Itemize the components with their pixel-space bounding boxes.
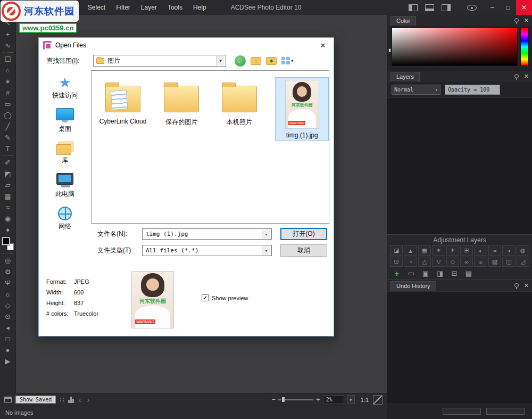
file-list[interactable]: CyberLink Cloud 保存的图片 本机照片 河东软件园 WARN <box>91 70 329 224</box>
ellipse-select-tool-icon[interactable]: ○ <box>2 65 14 76</box>
open-button[interactable]: 打开(O) <box>280 228 327 240</box>
back-button[interactable]: ← <box>235 55 246 67</box>
eye-icon[interactable] <box>467 5 477 11</box>
view-menu-button[interactable]: ▾ <box>281 57 294 64</box>
adj-frame-icon[interactable]: ◫ <box>502 257 515 267</box>
dialog-close-button[interactable]: ✕ <box>314 39 331 52</box>
adj-invert-icon[interactable]: △ <box>418 257 431 267</box>
place-quick-access[interactable]: ★ 快速访问 <box>52 76 78 100</box>
cancel-button[interactable]: 取消 <box>280 244 327 257</box>
add-adjustment-button[interactable]: + <box>392 269 402 277</box>
layout-bottom-panel-icon[interactable] <box>425 4 434 11</box>
minimize-button[interactable]: – <box>484 0 500 15</box>
menu-select[interactable]: Select <box>83 2 110 13</box>
zoom-tool-icon[interactable]: ◎ <box>2 255 14 266</box>
text-tool-icon[interactable]: T <box>2 143 14 154</box>
up-one-level-button[interactable]: ↑ <box>251 57 261 65</box>
look-in-select[interactable]: 图片 ▾ <box>93 55 226 67</box>
fit-to-window-button[interactable] <box>373 395 383 405</box>
blend-mode-select[interactable]: Normal ▾ <box>392 85 440 95</box>
zoom-out-button[interactable]: − <box>272 396 276 404</box>
menu-tools[interactable]: Tools <box>163 2 187 13</box>
zoom-slider-thumb[interactable] <box>281 397 285 402</box>
zoom-slider[interactable] <box>278 399 313 400</box>
menu-help[interactable]: Help <box>188 2 211 13</box>
adj-levels-icon[interactable]: ▲ <box>404 245 417 256</box>
visibility-tool-icon[interactable]: ⊙ <box>2 311 14 322</box>
histogram-icon[interactable] <box>68 397 74 403</box>
adj-vignette-icon[interactable]: ◿ <box>517 257 529 267</box>
redo-button[interactable] <box>486 408 525 415</box>
pen-tool-icon[interactable]: ✎ <box>2 132 14 143</box>
menu-layer[interactable]: Layer <box>136 2 162 13</box>
saturation-value-box[interactable] <box>392 28 518 66</box>
adj-white-balance-icon[interactable]: ⊞ <box>460 245 473 256</box>
frame-tool-icon[interactable]: □ <box>2 333 14 344</box>
adj-posterize-icon[interactable]: ◔ <box>404 257 417 267</box>
opacity-field[interactable]: Opacity = 100 <box>445 85 500 95</box>
previous-image-button[interactable]: ‹ <box>78 395 82 404</box>
adj-photo-effect-icon[interactable]: ⊡ <box>390 257 403 267</box>
adj-exposure-icon[interactable]: ◪ <box>390 245 403 256</box>
show-preview-option[interactable]: ✓ Show preview <box>202 294 248 301</box>
file-type-select[interactable]: All files (*.*) ▾ <box>142 245 272 256</box>
chevron-down-icon[interactable]: ▾ <box>262 246 270 256</box>
chevron-down-icon[interactable]: ▾ <box>262 229 270 239</box>
adj-hue-saturation-icon[interactable]: ◑ <box>502 245 515 256</box>
adj-sharpen-icon[interactable]: ✶ <box>432 245 445 256</box>
red-eye-tool-icon[interactable]: ◉ <box>2 213 14 224</box>
undo-button[interactable] <box>443 408 481 415</box>
close-icon[interactable]: ✕ <box>524 73 529 80</box>
pin-icon[interactable] <box>513 73 519 80</box>
chevron-down-icon[interactable]: ▾ <box>216 56 225 65</box>
close-icon[interactable]: ✕ <box>524 17 529 24</box>
adj-grayscale-icon[interactable]: ◍ <box>517 245 529 256</box>
foreground-color-swatch[interactable] <box>2 237 10 245</box>
file-item-folder[interactable]: 保存的图片 <box>160 77 204 127</box>
settings-tool-icon[interactable]: ⚙ <box>2 266 14 277</box>
eyedropper-tool-icon[interactable]: ♦ <box>2 224 14 235</box>
adj-blur-icon[interactable]: ∞ <box>460 257 473 267</box>
show-saved-button[interactable]: Show Saved <box>15 396 56 404</box>
line-tool-icon[interactable]: ╱ <box>2 121 14 132</box>
duplicate-layer-button[interactable]: ◨ <box>435 269 445 277</box>
close-button[interactable]: ✕ <box>516 0 532 15</box>
file-item-folder[interactable]: CyberLink Cloud <box>100 77 146 125</box>
undo-history-list[interactable] <box>387 291 532 403</box>
maximize-button[interactable]: □ <box>500 0 516 15</box>
adj-split-tone-icon[interactable]: ≡ <box>474 257 487 267</box>
hue-strip[interactable] <box>520 28 529 66</box>
place-libraries[interactable]: 库 <box>56 142 73 165</box>
zoom-dropdown-button[interactable]: ▾ <box>347 395 355 404</box>
magic-wand-tool-icon[interactable]: ✶ <box>2 76 14 87</box>
clone-stamp-tool-icon[interactable]: ◩ <box>2 168 14 179</box>
new-mask-button[interactable]: ▣ <box>421 269 430 277</box>
pin-icon[interactable] <box>513 18 519 24</box>
file-item-folder[interactable]: 本机照片 <box>218 77 262 127</box>
pin-icon[interactable] <box>513 283 519 289</box>
smudge-tool-icon[interactable]: ≈ <box>2 202 14 213</box>
anchor-tool-icon[interactable]: Ψ <box>2 277 14 289</box>
play-tool-icon[interactable]: ▶ <box>2 356 14 367</box>
window-mode-icon[interactable] <box>4 397 12 402</box>
adj-threshold-icon[interactable]: ▽ <box>432 257 445 267</box>
marquee-tool-icon[interactable]: ☐ <box>2 54 14 65</box>
place-network[interactable]: 网络 <box>58 207 72 231</box>
close-icon[interactable]: ✕ <box>524 282 529 289</box>
menu-filter[interactable]: Filter <box>111 2 135 13</box>
new-layer-button[interactable]: ▭ <box>406 269 416 277</box>
adj-color-balance-icon[interactable]: ◐ <box>474 245 487 256</box>
show-preview-checkbox[interactable]: ✓ <box>202 294 209 301</box>
crop-tool-icon[interactable]: # <box>2 87 14 98</box>
adj-gradient-map-icon[interactable]: ◇ <box>446 257 459 267</box>
thumbnail-size-icon[interactable]: ∷ <box>60 396 64 404</box>
new-folder-button[interactable]: ✶ <box>266 57 277 65</box>
color-marker[interactable] <box>388 48 391 52</box>
layer-display-button[interactable]: ▤ <box>464 269 473 277</box>
layout-right-panel-icon[interactable] <box>442 4 451 11</box>
delete-layer-button[interactable]: ⊟ <box>450 269 459 277</box>
file-name-input[interactable]: timg (1).jpg ▾ <box>142 228 272 240</box>
eraser-tool-icon[interactable]: ▱ <box>2 179 14 191</box>
gradient-tool-icon[interactable]: ▦ <box>2 191 14 202</box>
place-desktop[interactable]: 桌面 <box>56 108 74 134</box>
